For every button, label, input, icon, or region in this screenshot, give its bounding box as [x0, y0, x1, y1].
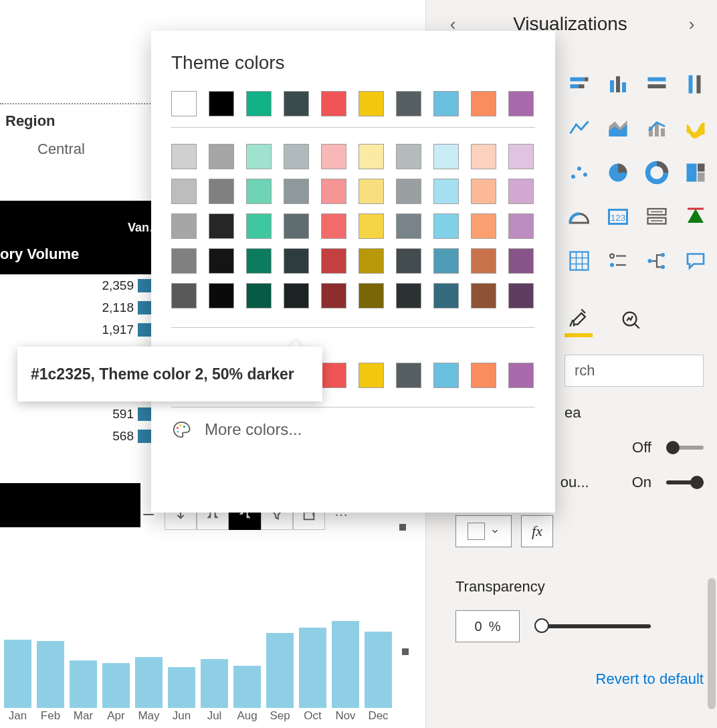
- chart-bar[interactable]: [332, 621, 359, 708]
- color-swatch[interactable]: [171, 283, 197, 308]
- color-swatch[interactable]: [471, 248, 496, 274]
- color-dropdown[interactable]: [455, 515, 512, 547]
- color-swatch[interactable]: [433, 248, 459, 274]
- color-swatch[interactable]: [171, 144, 197, 169]
- color-swatch[interactable]: [321, 248, 346, 274]
- ribbon-chart-icon[interactable]: [681, 114, 710, 143]
- color-swatch[interactable]: [358, 179, 384, 204]
- color-swatch[interactable]: [433, 283, 459, 308]
- chart-bar[interactable]: [135, 657, 163, 708]
- color-swatch[interactable]: [396, 363, 421, 388]
- color-swatch[interactable]: [358, 213, 384, 239]
- color-swatch[interactable]: [171, 213, 197, 239]
- color-swatch[interactable]: [508, 91, 534, 116]
- color-swatch[interactable]: [396, 213, 421, 239]
- chart-bar[interactable]: [37, 641, 64, 708]
- color-swatch[interactable]: [321, 363, 346, 388]
- card-icon[interactable]: 123: [603, 202, 633, 232]
- line-column-icon[interactable]: [642, 114, 672, 143]
- chart-bar[interactable]: [201, 659, 228, 708]
- color-swatch[interactable]: [471, 179, 496, 204]
- scatter-chart-icon[interactable]: [565, 158, 594, 187]
- color-swatch[interactable]: [396, 248, 421, 274]
- chart-bar[interactable]: [365, 632, 392, 708]
- color-swatch[interactable]: [471, 363, 496, 388]
- color-swatch[interactable]: [209, 179, 234, 204]
- color-swatch[interactable]: [433, 91, 459, 116]
- line-chart-icon[interactable]: [565, 114, 594, 143]
- bar-clustered-100-icon[interactable]: [642, 70, 672, 99]
- slicer-icon[interactable]: [603, 246, 633, 276]
- chart-bar[interactable]: [102, 663, 130, 708]
- color-swatch[interactable]: [358, 144, 384, 169]
- chart-bar[interactable]: [299, 628, 326, 708]
- chart-bar[interactable]: [4, 640, 31, 708]
- color-swatch[interactable]: [358, 91, 384, 116]
- color-swatch[interactable]: [508, 363, 534, 388]
- color-swatch[interactable]: [171, 179, 197, 204]
- color-swatch[interactable]: [246, 213, 272, 239]
- color-swatch[interactable]: [246, 91, 272, 116]
- chart-bar[interactable]: [70, 660, 97, 708]
- color-swatch[interactable]: [321, 179, 346, 204]
- analytics-tab[interactable]: [617, 302, 645, 337]
- color-swatch[interactable]: [433, 363, 459, 388]
- color-swatch[interactable]: [358, 363, 384, 388]
- treemap-icon[interactable]: [681, 158, 710, 187]
- color-swatch[interactable]: [508, 248, 534, 274]
- color-swatch[interactable]: [433, 179, 459, 204]
- color-swatch[interactable]: [358, 283, 384, 308]
- selection-handle[interactable]: [399, 524, 406, 531]
- color-swatch[interactable]: [284, 248, 309, 274]
- bar-stacked-icon[interactable]: [565, 70, 594, 99]
- color-swatch[interactable]: [284, 283, 309, 308]
- color-swatch[interactable]: [358, 248, 384, 274]
- color-swatch[interactable]: [471, 144, 496, 169]
- chart-bar[interactable]: [266, 633, 294, 708]
- color-swatch[interactable]: [433, 213, 459, 239]
- color-swatch[interactable]: [471, 213, 496, 239]
- color-swatch[interactable]: [321, 213, 346, 239]
- chart-bar[interactable]: [233, 666, 261, 708]
- color-swatch[interactable]: [321, 283, 346, 308]
- transparency-slider[interactable]: [537, 624, 651, 628]
- color-swatch[interactable]: [246, 179, 272, 204]
- color-swatch[interactable]: [209, 213, 234, 239]
- color-swatch[interactable]: [433, 144, 459, 169]
- color-swatch[interactable]: [246, 248, 272, 274]
- format-tab[interactable]: [565, 302, 593, 337]
- color-swatch[interactable]: [471, 283, 496, 308]
- more-colors-button[interactable]: More colors...: [171, 420, 535, 440]
- color-swatch[interactable]: [171, 248, 197, 274]
- color-swatch[interactable]: [284, 213, 309, 239]
- search-input[interactable]: rch: [565, 355, 704, 387]
- column-chart[interactable]: JanFebMarAprMayJunJulAugSepOctNovDec: [0, 532, 403, 723]
- color-swatch[interactable]: [321, 144, 346, 169]
- kpi-icon[interactable]: [681, 202, 710, 232]
- area-chart-icon[interactable]: [603, 114, 633, 143]
- color-swatch[interactable]: [508, 283, 534, 308]
- color-swatch[interactable]: [396, 144, 421, 169]
- gauge-icon[interactable]: [565, 202, 594, 232]
- color-swatch[interactable]: [508, 213, 534, 239]
- selection-handle[interactable]: [402, 648, 409, 655]
- color-swatch[interactable]: [246, 283, 272, 308]
- color-swatch[interactable]: [396, 91, 421, 116]
- color-swatch[interactable]: [171, 91, 197, 116]
- color-swatch[interactable]: [284, 91, 309, 116]
- toggle-off[interactable]: [666, 442, 704, 454]
- decomposition-tree-icon[interactable]: [642, 246, 672, 276]
- color-swatch[interactable]: [471, 91, 496, 116]
- color-swatch[interactable]: [246, 144, 272, 169]
- toggle-on[interactable]: [666, 476, 704, 488]
- revert-to-default-link[interactable]: Revert to default: [441, 670, 704, 688]
- color-swatch[interactable]: [284, 144, 309, 169]
- color-swatch[interactable]: [209, 144, 234, 169]
- color-swatch[interactable]: [209, 91, 234, 116]
- q-and-a-icon[interactable]: [681, 246, 710, 276]
- color-swatch[interactable]: [396, 283, 421, 308]
- color-swatch[interactable]: [209, 248, 234, 274]
- color-swatch[interactable]: [508, 144, 534, 169]
- property-group-label[interactable]: ea: [565, 404, 717, 422]
- scrollbar[interactable]: [708, 578, 716, 709]
